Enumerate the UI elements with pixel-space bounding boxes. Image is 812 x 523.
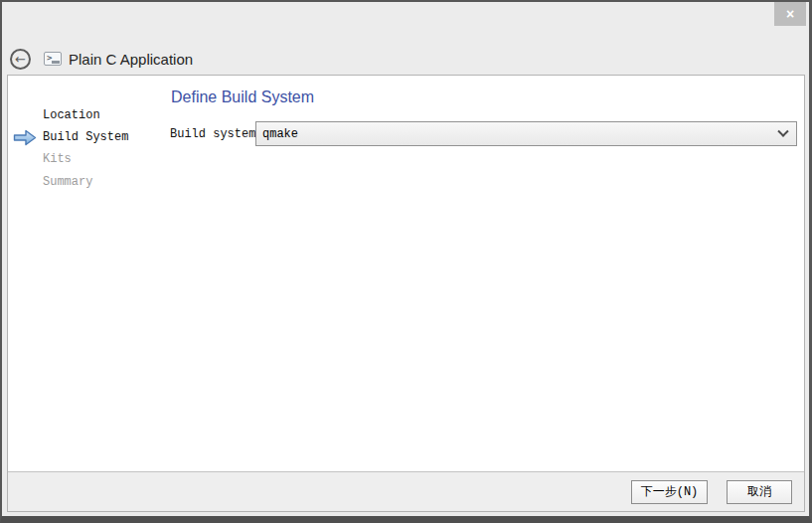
step-location: Location [43,108,100,122]
back-button[interactable]: ← [10,49,31,70]
current-step-arrow-icon [13,129,37,146]
chevron-down-icon [777,125,788,136]
page-title: Define Build System [171,88,314,106]
cancel-button[interactable]: 取消 [727,480,792,504]
wizard-page: Location Build System Kits Summary Defin… [8,76,804,471]
step-kits: Kits [43,152,72,166]
new-project-wizard-dialog: × ← > Plain C Application Location [0,0,812,523]
dialog-title: Plain C Application [69,51,193,68]
step-summary: Summary [43,175,92,189]
back-arrow-icon: ← [15,53,26,66]
wizard-panel: Location Build System Kits Summary Defin… [7,75,805,512]
close-button[interactable]: × [774,2,806,26]
terminal-icon: > [44,52,62,66]
build-system-selected-value: qmake [262,127,298,141]
build-system-label: Build system: [170,127,263,141]
dialog-button-bar: 下一步(N) 取消 [8,471,804,511]
build-system-select[interactable]: qmake [255,121,797,146]
next-button[interactable]: 下一步(N) [631,480,708,504]
step-build-system: Build System [43,130,128,144]
wizard-header: ← > Plain C Application [2,44,809,74]
